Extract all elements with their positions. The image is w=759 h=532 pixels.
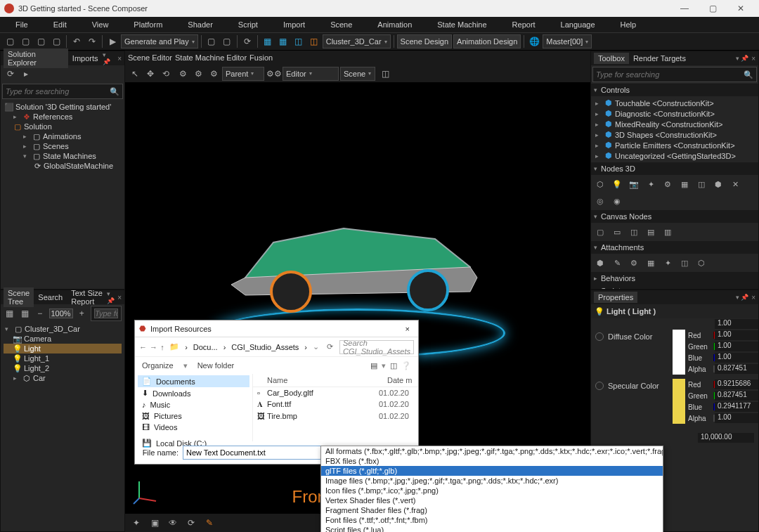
bt-icon-c[interactable]: ⟳ xyxy=(184,516,198,530)
zoom-input[interactable] xyxy=(49,309,73,318)
attach-icon[interactable]: ⬢ xyxy=(592,255,608,271)
saveall-icon[interactable]: ▢ xyxy=(49,34,63,48)
solution-root[interactable]: ⬛Solution '3D Getting started' xyxy=(4,102,122,112)
ctrl-diagnostic[interactable]: ▸⬢Diagnostic <ConstructionKit> xyxy=(595,108,754,119)
attach-icon[interactable]: ◫ xyxy=(677,255,692,271)
zoom-plus-icon[interactable]: + xyxy=(76,306,89,320)
node-icon[interactable]: ✕ xyxy=(727,176,743,192)
zoom-minus-icon[interactable]: − xyxy=(34,306,46,320)
menu-script[interactable]: Script xyxy=(226,20,271,29)
scene-design-btn[interactable]: Scene Design xyxy=(397,34,453,48)
references-node[interactable]: ▸❖References xyxy=(4,112,122,122)
bt-icon-a[interactable]: ✦ xyxy=(129,516,143,530)
gears-icon[interactable]: ⚙⚙ xyxy=(267,67,281,81)
attach-icon[interactable]: ✎ xyxy=(609,255,625,271)
camera-node[interactable]: 📷Camera xyxy=(4,334,122,344)
node-icon[interactable]: ⬡ xyxy=(592,176,608,192)
extra-val[interactable]: 1.00 xyxy=(715,319,758,329)
close-icon[interactable]: × xyxy=(751,294,755,301)
move-icon[interactable]: ✥ xyxy=(143,67,157,81)
filetype-option[interactable]: Script files (*.lua) xyxy=(321,525,663,532)
filetype-option[interactable]: Fragment Shader files (*.frag) xyxy=(321,505,663,515)
gear-icon[interactable]: ⚙ xyxy=(176,67,190,81)
node-icon[interactable]: 📷 xyxy=(626,176,642,192)
filename-input[interactable] xyxy=(183,446,325,460)
gear3-icon[interactable]: ⚙ xyxy=(207,67,221,81)
ctrl-particles[interactable]: ▸⬢Particle Emitters <ConstructionKit> xyxy=(595,140,754,150)
node-icon[interactable]: ⬢ xyxy=(711,176,726,192)
menu-view[interactable]: View xyxy=(79,20,122,29)
refresh-icon[interactable]: ⟳ xyxy=(4,67,18,81)
camera-toggle-icon[interactable]: ◫ xyxy=(378,67,392,81)
menu-statemachine[interactable]: State Machine xyxy=(424,20,499,29)
nav-music[interactable]: ♪Music xyxy=(138,399,249,410)
scenetree-search-input[interactable] xyxy=(94,309,118,318)
filetype-option[interactable]: Vertex Shader files (*.vert) xyxy=(321,495,663,505)
pin-icon[interactable]: ▾ 📌 xyxy=(107,290,115,304)
tb-icon-b[interactable]: ▢ xyxy=(220,34,234,48)
tab-scene-editor[interactable]: Scene Editor xyxy=(128,53,172,62)
car-node[interactable]: ▸⬡Car xyxy=(4,373,122,383)
new-icon[interactable]: ▢ xyxy=(3,34,17,48)
menu-edit[interactable]: Edit xyxy=(41,20,79,29)
light1-node[interactable]: 💡Light_1 xyxy=(4,353,122,363)
section-controls[interactable]: ▾Controls xyxy=(591,84,758,96)
tb-icon-a[interactable]: ▢ xyxy=(205,34,219,48)
nav-downloads[interactable]: ⬇Downloads xyxy=(138,387,249,399)
close-icon[interactable]: × xyxy=(117,55,122,63)
attach-icon[interactable]: ⚙ xyxy=(626,255,642,271)
specular-check[interactable] xyxy=(595,382,604,390)
section-nodes3d[interactable]: ▾Nodes 3D xyxy=(591,162,758,175)
diffuse-check[interactable] xyxy=(595,332,604,341)
canvas-icon[interactable]: ▥ xyxy=(660,224,675,240)
ctrl-mixedreality[interactable]: ▸⬢MixedReality <ConstructionKit> xyxy=(595,119,754,129)
statemachines-node[interactable]: ▾▢State Machines xyxy=(4,151,122,161)
node-icon[interactable]: ◉ xyxy=(609,193,625,209)
redo-icon[interactable]: ↷ xyxy=(85,34,99,48)
menu-help[interactable]: Help xyxy=(608,20,649,29)
menu-shader[interactable]: Shader xyxy=(175,20,225,29)
animations-node[interactable]: ▸▢Animations xyxy=(4,131,122,141)
section-behaviors[interactable]: ▸Behaviors xyxy=(591,272,758,285)
tab-properties[interactable]: Properties xyxy=(594,292,637,303)
solution-search-input[interactable] xyxy=(6,87,110,96)
filetype-option[interactable]: Image files (*.bmp;*.jpg;*.jpeg;*.gif;*.… xyxy=(321,476,663,486)
filetype-option[interactable]: FBX files (*.fbx) xyxy=(321,456,663,466)
menu-language[interactable]: Language xyxy=(548,20,608,29)
tb-icon-c[interactable]: ▦ xyxy=(261,34,275,48)
select-icon[interactable]: ↖ xyxy=(128,67,142,81)
tree-icon-b[interactable]: ▦ xyxy=(19,306,32,320)
file-row[interactable]: ▫Car_Body.gltf01.02.20 xyxy=(253,387,418,398)
refresh-icon[interactable]: ⟳ xyxy=(240,34,254,48)
section-scripts[interactable]: ▾Scripts xyxy=(591,285,758,289)
nav-icon[interactable]: ▸ xyxy=(19,67,33,81)
pin-icon[interactable]: ▾ 📌 xyxy=(736,294,749,301)
breadcrumb[interactable]: 📁 ›Docu...›CGI_Studio_Assets› ⌄ ⟳ xyxy=(167,342,337,351)
section-attachments[interactable]: ▾Attachments xyxy=(591,241,758,254)
open-icon[interactable]: ▢ xyxy=(18,34,32,48)
solution-search[interactable]: 🔍 xyxy=(2,84,123,99)
nav-pictures[interactable]: 🖼Pictures xyxy=(138,410,249,422)
node-icon[interactable]: ✦ xyxy=(643,176,659,192)
file-row[interactable]: 𝐀Font.ttf01.02.20 xyxy=(253,398,418,410)
pin-icon[interactable]: ▾ 📌 xyxy=(736,55,749,62)
globe-icon[interactable]: 🌐 xyxy=(527,34,541,48)
bottom-val[interactable]: 10,000.00 xyxy=(698,433,754,443)
tab-search[interactable]: Search xyxy=(34,292,67,303)
generate-and-play-dropdown[interactable]: Generate and Play▾ xyxy=(121,34,198,48)
rotate-icon[interactable]: ⟲ xyxy=(159,67,173,81)
refresh-button[interactable]: ⟳ xyxy=(323,342,337,351)
pin-icon[interactable]: ▾ 📌 xyxy=(103,51,115,65)
bt-icon-b[interactable]: ▣ xyxy=(148,516,162,530)
help-icon[interactable]: ❔ xyxy=(401,361,411,370)
node-icon[interactable]: ▦ xyxy=(677,176,692,192)
node-icon[interactable]: ◫ xyxy=(694,176,709,192)
nav-documents[interactable]: 📄Documents xyxy=(138,375,249,387)
maximize-button[interactable]: ▢ xyxy=(699,0,727,17)
undo-icon[interactable]: ↶ xyxy=(70,34,84,48)
preview-icon[interactable]: ◫ xyxy=(390,361,397,370)
up-button[interactable]: ↑ xyxy=(160,343,164,351)
tab-fusion[interactable]: Fusion xyxy=(249,53,273,62)
filetype-option[interactable]: Icon files (*.bmp;*.ico;*.jpg;*.png) xyxy=(321,486,663,495)
tab-imports[interactable]: Imports xyxy=(68,53,103,64)
